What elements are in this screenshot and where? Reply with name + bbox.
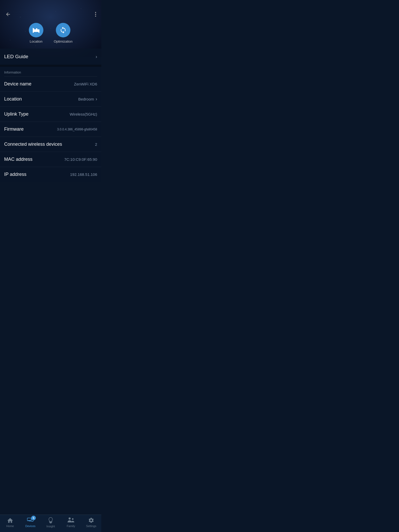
led-guide-section: LED Guide › xyxy=(0,49,101,65)
ip-address-value: 192.168.51.106 xyxy=(70,172,97,177)
connected-devices-row: Connected wireless devices 2 xyxy=(0,137,101,152)
bed-icon xyxy=(32,27,40,34)
mac-address-value: 7C:10:C9:0F:65:90 xyxy=(64,157,97,162)
device-name-value-group: ZenWiFi XD6 xyxy=(74,82,97,86)
svg-rect-4 xyxy=(33,31,34,33)
svg-rect-8 xyxy=(33,28,33,30)
firmware-label: Firmware xyxy=(4,127,24,132)
led-guide-label: LED Guide xyxy=(4,54,28,59)
location-action-label: Location xyxy=(30,39,42,43)
ip-address-value-group: 192.168.51.106 xyxy=(70,172,97,177)
location-action-button[interactable]: Location xyxy=(29,23,43,43)
connected-devices-label: Connected wireless devices xyxy=(4,142,62,147)
firmware-value: 3.0.0.4.386_45898-gfa90458 xyxy=(57,128,97,131)
led-guide-chevron: › xyxy=(96,54,97,59)
optimization-icon-circle xyxy=(56,23,70,37)
uplink-type-value: Wireless(5GHz) xyxy=(70,112,97,116)
svg-rect-5 xyxy=(38,31,39,33)
mac-address-row: MAC address 7C:10:C9:0F:65:90 xyxy=(0,152,101,167)
location-label: Location xyxy=(4,96,22,102)
connected-devices-value: 2 xyxy=(95,142,97,147)
mac-address-label: MAC address xyxy=(4,157,32,162)
location-chevron: › xyxy=(96,96,97,102)
uplink-type-row: Uplink Type Wireless(5GHz) xyxy=(0,107,101,122)
ip-address-row: IP address 192.168.51.106 xyxy=(0,167,101,182)
information-section: Information Device name ZenWiFi XD6 Loca… xyxy=(0,67,101,182)
svg-rect-7 xyxy=(36,28,37,30)
firmware-row: Firmware 3.0.0.4.386_45898-gfa90458 xyxy=(0,122,101,137)
optimization-action-label: Optimization xyxy=(54,39,72,43)
firmware-value-group: 3.0.0.4.386_45898-gfa90458 xyxy=(57,128,97,131)
optimization-action-button[interactable]: Optimization xyxy=(54,23,72,43)
action-buttons: Location Optimization xyxy=(0,20,101,49)
uplink-type-label: Uplink Type xyxy=(4,111,29,117)
location-value: Bedroom xyxy=(78,97,94,101)
device-name-value: ZenWiFi XD6 xyxy=(74,82,97,86)
mac-address-value-group: 7C:10:C9:0F:65:90 xyxy=(64,157,97,162)
back-button[interactable] xyxy=(4,10,12,18)
more-options-button[interactable] xyxy=(94,11,97,18)
device-name-label: Device name xyxy=(4,81,31,87)
location-icon-circle xyxy=(29,23,43,37)
location-row[interactable]: Location Bedroom › xyxy=(0,92,101,107)
led-guide-row[interactable]: LED Guide › xyxy=(0,49,101,65)
ip-address-label: IP address xyxy=(4,172,26,177)
header xyxy=(0,7,101,20)
section-header-information: Information xyxy=(0,67,101,76)
connected-devices-value-group: 2 xyxy=(95,142,97,147)
location-value-group: Bedroom › xyxy=(78,96,97,102)
device-name-row[interactable]: Device name ZenWiFi XD6 xyxy=(0,77,101,92)
uplink-type-value-group: Wireless(5GHz) xyxy=(70,112,97,116)
sync-icon xyxy=(59,26,67,34)
